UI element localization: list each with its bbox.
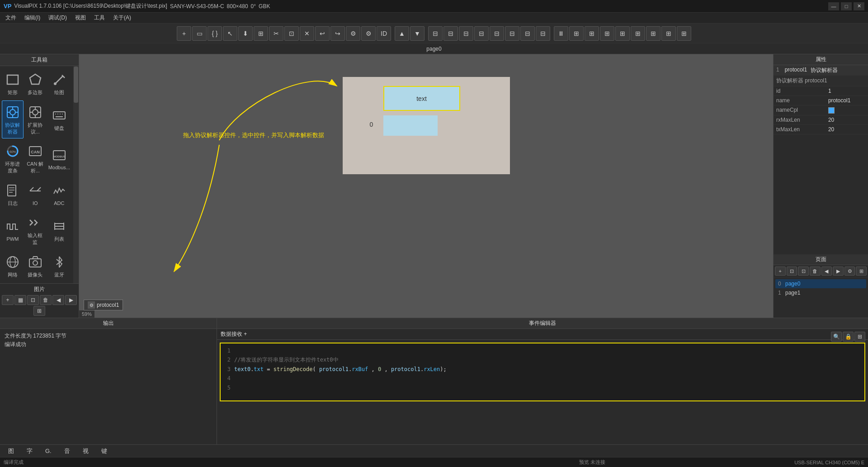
nav-audio[interactable]: 音	[60, 446, 75, 456]
toolbar-align7[interactable]: ⊟	[520, 26, 535, 41]
page-expand-button[interactable]: ⊞	[856, 267, 867, 276]
widget-text[interactable]: text	[383, 86, 460, 111]
toolbar-undo[interactable]: ↩	[315, 26, 330, 41]
toolbar-dist5[interactable]: ⊞	[631, 26, 645, 41]
prop-val-id[interactable]: 1	[826, 86, 868, 96]
tool-keyboard[interactable]: 键盘	[47, 100, 71, 139]
toolbar-copy[interactable]: ⊡	[284, 26, 299, 41]
toolbar-open[interactable]: ▭	[192, 26, 207, 41]
page-next-button[interactable]: ▶	[833, 267, 844, 276]
tool-input-monitor[interactable]: 输入框监	[24, 211, 46, 249]
images-expand-button[interactable]: ⊞	[33, 306, 45, 316]
nav-image[interactable]: 图	[4, 446, 19, 456]
toolbar-new[interactable]: +	[177, 26, 191, 41]
menu-view[interactable]: 视图	[71, 13, 90, 23]
toolbar-align4[interactable]: ⊟	[474, 26, 489, 41]
toolbar-dist8[interactable]: ⊞	[677, 26, 691, 41]
images-delete-button[interactable]: 🗑	[40, 295, 52, 305]
toolbar-gear2[interactable]: ⚙	[361, 26, 376, 41]
menu-edit[interactable]: 编辑(I)	[21, 13, 44, 23]
toolbar-cursor[interactable]: ↖	[223, 26, 237, 41]
tool-log[interactable]: 日志	[2, 179, 24, 210]
event-expand-button[interactable]: ⊞	[854, 332, 865, 342]
canvas-area[interactable]: text 0 拖入协议解析器控件，选中控件，并写入脚本解析数据	[79, 54, 773, 318]
page-prev-button[interactable]: ◀	[821, 267, 832, 276]
minimize-button[interactable]: —	[828, 2, 839, 10]
close-button[interactable]: ✕	[854, 2, 864, 10]
tool-bluetooth[interactable]: 蓝牙	[47, 250, 71, 282]
toolbar-down[interactable]: ▼	[410, 26, 425, 41]
nav-video[interactable]: 视	[78, 446, 93, 456]
toolbar-save[interactable]: { }	[208, 26, 222, 41]
toolbar-align3[interactable]: ⊟	[459, 26, 473, 41]
toolbar-settings[interactable]: ⚙	[346, 26, 360, 41]
tool-list[interactable]: 列表	[47, 211, 71, 249]
toolbar-download[interactable]: ⬇	[238, 26, 253, 41]
menu-debug[interactable]: 调试(D)	[45, 13, 71, 23]
menu-about[interactable]: 关于(A)	[109, 13, 135, 23]
toolbar-align2[interactable]: ⊟	[443, 26, 458, 41]
page-copy-button[interactable]: ⊡	[787, 267, 797, 276]
tool-loop-progress[interactable]: 60% 环形进度条	[2, 139, 24, 178]
toolbar-dist6[interactable]: ⊞	[646, 26, 660, 41]
tool-adc[interactable]: ADC	[47, 179, 71, 210]
page-item-0[interactable]: 0 page0	[775, 279, 866, 288]
nav-g[interactable]: G.	[41, 447, 56, 455]
page-settings-button[interactable]: ⚙	[844, 267, 855, 276]
toolbar-export[interactable]: ⊞	[254, 26, 268, 41]
prop-val-namecpl[interactable]	[826, 105, 868, 115]
tool-io[interactable]: IO	[24, 179, 46, 210]
menu-tools[interactable]: 工具	[90, 13, 108, 23]
checkbox-namecpl[interactable]	[828, 107, 835, 114]
page-delete-button[interactable]: 🗑	[810, 267, 821, 276]
tool-camera-label: 摄像头	[28, 272, 42, 278]
toolbar-pause[interactable]: ⏸	[554, 26, 568, 41]
tool-protocol[interactable]: 协议解析器	[2, 100, 24, 139]
tool-can[interactable]: CAN CAN 解析...	[24, 139, 46, 178]
toolbar-cut[interactable]: ✂	[269, 26, 283, 41]
tool-polygon[interactable]: 多边形	[24, 68, 46, 100]
prop-val-rxmaxlen[interactable]: 20	[826, 115, 868, 124]
page-add-button[interactable]: +	[775, 267, 786, 276]
tool-camera[interactable]: 摄像头	[24, 250, 46, 282]
images-prev-button[interactable]: ◀	[52, 295, 64, 305]
images-next-button[interactable]: ▶	[65, 295, 77, 305]
maximize-button[interactable]: □	[841, 2, 852, 10]
prop-val-name[interactable]: protocol1	[826, 96, 868, 105]
toolbar-redo[interactable]: ↪	[330, 26, 345, 41]
tool-rect[interactable]: 矩形	[2, 68, 24, 100]
tool-modbus[interactable]: MODBUS Modbus...	[47, 139, 71, 178]
tool-ext-protocol[interactable]: 扩展协议...	[24, 100, 46, 139]
prop-val-txmaxlen[interactable]: 20	[826, 124, 868, 134]
toolbar-align1[interactable]: ⊟	[428, 26, 443, 41]
toolbar-up[interactable]: ▲	[395, 26, 409, 41]
event-search-button[interactable]: 🔍	[831, 332, 842, 342]
tool-paint[interactable]: 绘图	[47, 68, 71, 100]
toolbar-align5[interactable]: ⊟	[490, 26, 504, 41]
toolbar-align6[interactable]: ⊟	[505, 26, 519, 41]
toolbar-dist3[interactable]: ⊞	[600, 26, 614, 41]
images-grid-button[interactable]: ▦	[14, 295, 26, 305]
images-add-button[interactable]: +	[2, 295, 14, 305]
menu-file[interactable]: 文件	[2, 13, 20, 23]
tool-globe[interactable]: 网络	[2, 250, 24, 282]
toolbox-scrollbar[interactable]	[73, 66, 79, 283]
toolbar-dist4[interactable]: ⊞	[615, 26, 630, 41]
toolbar-delete[interactable]: ✕	[300, 26, 314, 41]
toolbar-dist7[interactable]: ⊞	[661, 26, 676, 41]
widget-number[interactable]	[383, 115, 438, 136]
code-editor-box[interactable]: 1 2 //将发送的字符串显示到文本控件text0中 3 text0.txt =…	[220, 343, 865, 401]
page-copy2-button[interactable]: ⊡	[798, 267, 809, 276]
toolbar-dist2[interactable]: ⊞	[585, 26, 599, 41]
page-item-1[interactable]: 1 page1	[775, 288, 866, 297]
nav-keyboard[interactable]: 键	[97, 446, 112, 456]
event-lock-button[interactable]: 🔒	[843, 332, 854, 342]
code-tab[interactable]: 数据接收 +	[217, 329, 868, 340]
protocol1-component-tab[interactable]: ⚙ protocol1	[84, 300, 123, 310]
toolbar-id[interactable]: ID	[377, 26, 391, 41]
images-select-button[interactable]: ⊡	[27, 295, 39, 305]
tool-pwm[interactable]: PWM	[2, 211, 24, 249]
toolbar-dist1[interactable]: ⊞	[569, 26, 584, 41]
nav-text[interactable]: 字	[22, 446, 37, 456]
toolbar-align8[interactable]: ⊟	[536, 26, 550, 41]
